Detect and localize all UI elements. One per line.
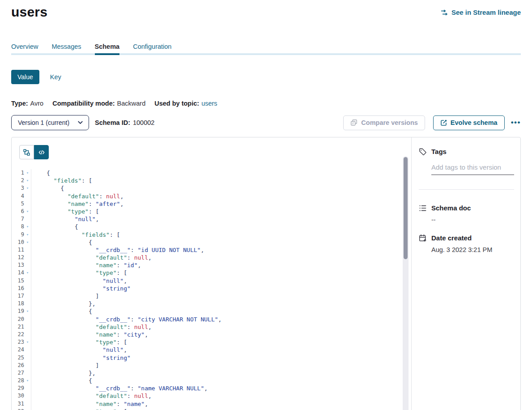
type-value: Avro: [30, 100, 44, 107]
editor-scrollbar-track[interactable]: [403, 156, 409, 410]
code-text: "default": null,: [47, 323, 152, 331]
code-line: 29 "__crdb__": "name VARCHAR NULL",: [12, 384, 411, 392]
line-number: 8: [12, 223, 24, 231]
code-text: "type": [: [47, 208, 99, 215]
fold-spacer: [24, 362, 31, 369]
fold-spacer: [24, 192, 31, 200]
schema-content-panel: 1▾{2▾ "fields": [3▾ {4 "default": null,5…: [11, 137, 521, 410]
fold-spacer: [24, 331, 31, 338]
evolve-schema-button[interactable]: Evolve schema: [433, 115, 505, 130]
stream-lineage-link[interactable]: See in Stream lineage: [441, 8, 521, 17]
line-number: 11: [12, 246, 24, 254]
fold-toggle-icon[interactable]: ▾: [24, 338, 31, 346]
code-text: "default": null,: [47, 192, 123, 200]
schema-editor: 1▾{2▾ "fields": [3▾ {4 "default": null,5…: [12, 137, 411, 410]
code-line: 1▾{: [12, 169, 411, 177]
key-toggle-button[interactable]: Key: [50, 73, 61, 81]
version-select[interactable]: Version 1 (current): [11, 115, 89, 130]
code-text: {: [47, 169, 50, 177]
date-created-title: Date created: [431, 234, 472, 242]
tab-configuration[interactable]: Configuration: [133, 43, 171, 53]
tab-messages[interactable]: Messages: [51, 43, 81, 53]
code-text: "null",: [47, 215, 99, 223]
code-text: {: [47, 377, 92, 384]
line-number: 14: [12, 269, 24, 277]
fold-toggle-icon[interactable]: ▾: [24, 231, 31, 239]
fold-toggle-icon[interactable]: ▾: [24, 208, 31, 215]
line-number: 26: [12, 362, 24, 369]
gutter-divider: [31, 169, 31, 410]
code-view-button[interactable]: [34, 145, 49, 159]
editor-scrollbar-thumb[interactable]: [404, 157, 408, 259]
code-text: "null",: [47, 277, 127, 285]
schema-id-value: 100002: [133, 119, 154, 126]
tags-title: Tags: [431, 148, 447, 155]
line-number: 30: [12, 392, 24, 400]
line-number: 6: [12, 208, 24, 215]
tree-view-button[interactable]: [19, 145, 34, 159]
line-number: 4: [12, 192, 24, 200]
code-line: 8▾ {: [12, 223, 411, 231]
line-number: 18: [12, 300, 24, 308]
evolve-schema-label: Evolve schema: [451, 119, 498, 126]
line-number: 2: [12, 177, 24, 184]
tab-bar: Overview Messages Schema Configuration: [11, 43, 521, 55]
compare-versions-icon: [350, 119, 358, 127]
line-number: 17: [12, 292, 24, 300]
fold-spacer: [24, 323, 31, 331]
fold-toggle-icon[interactable]: ▾: [24, 239, 31, 246]
fold-toggle-icon[interactable]: ▾: [24, 308, 31, 315]
code-text: ]: [47, 362, 99, 369]
fold-toggle-icon[interactable]: ▾: [24, 377, 31, 384]
fold-toggle-icon[interactable]: ▾: [24, 184, 31, 192]
code-line: 25 "string": [12, 354, 411, 362]
code-line: 18 },: [12, 300, 411, 308]
fold-spacer: [24, 369, 31, 377]
code-text: "__crdb__": "city VARCHAR NOT NULL",: [47, 316, 221, 323]
code-line: 30 "default": null,: [12, 392, 411, 400]
tab-schema[interactable]: Schema: [95, 43, 120, 55]
tags-input[interactable]: [431, 163, 514, 175]
fold-toggle-icon[interactable]: ▾: [24, 169, 31, 177]
fold-toggle-icon[interactable]: ▾: [24, 177, 31, 184]
compare-versions-button[interactable]: Compare versions: [343, 115, 425, 130]
tab-overview[interactable]: Overview: [11, 43, 38, 53]
code-text: "type": [: [47, 408, 127, 410]
code-editor[interactable]: 1▾{2▾ "fields": [3▾ {4 "default": null,5…: [12, 169, 411, 410]
code-text: ]: [47, 292, 99, 300]
fold-spacer: [24, 254, 31, 261]
code-line: 31 "name": "name",: [12, 400, 411, 408]
fold-toggle-icon[interactable]: ▾: [24, 269, 31, 277]
tag-icon: [419, 147, 427, 156]
fold-spacer: [24, 285, 31, 292]
line-number: 3: [12, 184, 24, 192]
code-text: "string": [47, 354, 131, 362]
fold-toggle-icon[interactable]: ▾: [24, 408, 31, 410]
line-number: 24: [12, 346, 24, 354]
code-line: 15 "null",: [12, 277, 411, 285]
line-number: 1: [12, 169, 24, 177]
schema-doc-icon: [419, 204, 427, 212]
fold-spacer: [24, 354, 31, 362]
code-text: },: [47, 300, 96, 308]
line-number: 16: [12, 285, 24, 292]
topic-link[interactable]: users: [201, 100, 217, 107]
topic-label: Used by topic:: [154, 100, 199, 107]
code-line: 6▾ "type": [: [12, 208, 411, 215]
code-line: 22 "name": "city",: [12, 331, 411, 338]
code-text: "name": "id",: [47, 261, 141, 269]
calendar-plus-icon: [419, 234, 427, 242]
more-options-button[interactable]: •••: [511, 118, 521, 127]
fold-spacer: [24, 316, 31, 323]
value-toggle-button[interactable]: Value: [11, 70, 39, 84]
fold-toggle-icon[interactable]: ▾: [24, 223, 31, 231]
code-line: 16 "string": [12, 285, 411, 292]
type-label: Type:: [11, 100, 28, 107]
code-line: 19▾ {: [12, 308, 411, 315]
code-text: {: [47, 223, 78, 231]
code-line: 24 "null",: [12, 346, 411, 354]
fold-spacer: [24, 292, 31, 300]
line-number: 23: [12, 338, 24, 346]
code-line: 3▾ {: [12, 184, 411, 192]
code-text: {: [47, 308, 92, 315]
